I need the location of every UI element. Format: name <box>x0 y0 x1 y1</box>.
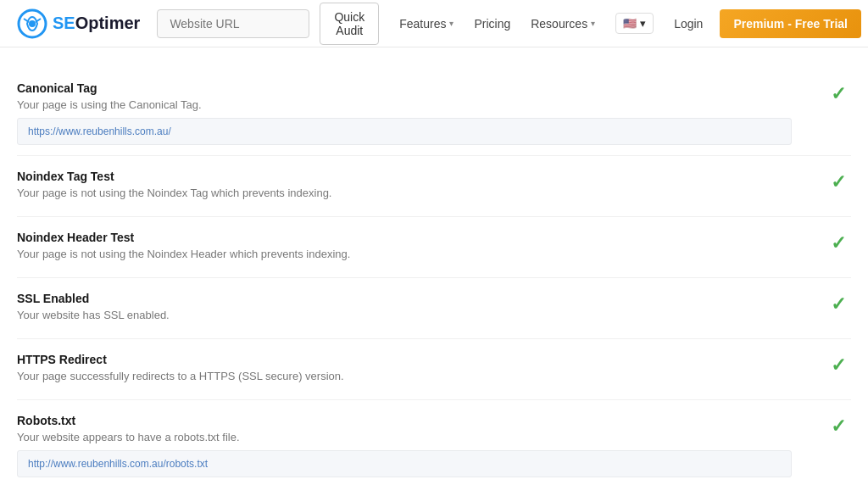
resources-dropdown-arrow: ▾ <box>591 19 595 28</box>
pass-icon: ✓ <box>826 83 851 105</box>
premium-button[interactable]: Premium - Free Trial <box>720 9 861 38</box>
audit-title: Noindex Tag Test <box>17 170 792 183</box>
audit-title: Robots.txt <box>17 414 792 427</box>
logo-icon <box>17 8 47 39</box>
audit-item: SSL EnabledYour website has SSL enabled.… <box>17 278 851 339</box>
audit-item: HTTPS RedirectYour page successfully red… <box>17 339 851 400</box>
audit-item-header: Noindex Header TestYour page is not usin… <box>17 231 851 267</box>
audit-title: SSL Enabled <box>17 292 792 305</box>
audit-item-left: HTTPS RedirectYour page successfully red… <box>17 353 826 389</box>
audit-item-header: Canonical TagYour page is using the Cano… <box>17 81 851 145</box>
nav-links: Features ▾ Pricing Resources ▾ 🇺🇸 ▾ Logi… <box>399 13 703 34</box>
pass-icon: ✓ <box>826 232 851 254</box>
quick-audit-button[interactable]: Quick Audit <box>320 3 379 45</box>
nav-features[interactable]: Features ▾ <box>399 17 453 31</box>
audit-item-left: Noindex Tag TestYour page is not using t… <box>17 170 826 206</box>
audit-item-left: Robots.txtYour website appears to have a… <box>17 414 826 477</box>
audit-description: Your website appears to have a robots.tx… <box>17 431 792 443</box>
features-dropdown-arrow: ▾ <box>449 19 453 28</box>
url-input[interactable] <box>157 9 309 38</box>
pass-icon: ✓ <box>826 171 851 193</box>
audit-item: Noindex Header TestYour page is not usin… <box>17 217 851 278</box>
audit-description: Your page is using the Canonical Tag. <box>17 98 792 111</box>
audit-list: Canonical TagYour page is using the Cano… <box>17 68 851 485</box>
login-link[interactable]: Login <box>674 17 703 31</box>
audit-item-header: HTTPS RedirectYour page successfully red… <box>17 353 851 389</box>
audit-item-left: Canonical TagYour page is using the Cano… <box>17 81 826 145</box>
audit-item-header: Noindex Tag TestYour page is not using t… <box>17 170 851 206</box>
audit-item-left: Noindex Header TestYour page is not usin… <box>17 231 826 267</box>
audit-url[interactable]: https://www.reubenhills.com.au/ <box>17 118 792 145</box>
svg-point-1 <box>29 20 36 27</box>
flag-dropdown-arrow: ▾ <box>640 17 646 30</box>
audit-description: Your website has SSL enabled. <box>17 309 792 321</box>
audit-url[interactable]: http://www.reubenhills.com.au/robots.txt <box>17 450 792 477</box>
audit-description: Your page is not using the Noindex Tag w… <box>17 187 792 199</box>
logo: SEOptimer <box>17 8 140 39</box>
nav-pricing[interactable]: Pricing <box>474 17 510 31</box>
logo-text: SEOptimer <box>53 14 140 33</box>
audit-item-left: SSL EnabledYour website has SSL enabled. <box>17 292 826 328</box>
audit-description: Your page successfully redirects to a HT… <box>17 370 792 382</box>
pass-icon: ✓ <box>826 354 851 376</box>
audit-title: Canonical Tag <box>17 81 792 95</box>
pass-icon: ✓ <box>826 415 851 438</box>
audit-item: Robots.txtYour website appears to have a… <box>17 400 851 485</box>
audit-item-header: Robots.txtYour website appears to have a… <box>17 414 851 477</box>
nav-resources[interactable]: Resources ▾ <box>531 17 595 31</box>
audit-title: HTTPS Redirect <box>17 353 792 366</box>
pass-icon: ✓ <box>826 293 851 315</box>
site-header: SEOptimer Quick Audit Features ▾ Pricing… <box>0 0 868 47</box>
main-content: Canonical TagYour page is using the Cano… <box>0 47 868 485</box>
flag-emoji: 🇺🇸 <box>623 17 637 30</box>
audit-item: Canonical TagYour page is using the Cano… <box>17 68 851 156</box>
audit-item: Noindex Tag TestYour page is not using t… <box>17 156 851 217</box>
audit-description: Your page is not using the Noindex Heade… <box>17 248 792 260</box>
audit-item-header: SSL EnabledYour website has SSL enabled.… <box>17 292 851 328</box>
language-selector[interactable]: 🇺🇸 ▾ <box>615 13 654 34</box>
audit-title: Noindex Header Test <box>17 231 792 244</box>
